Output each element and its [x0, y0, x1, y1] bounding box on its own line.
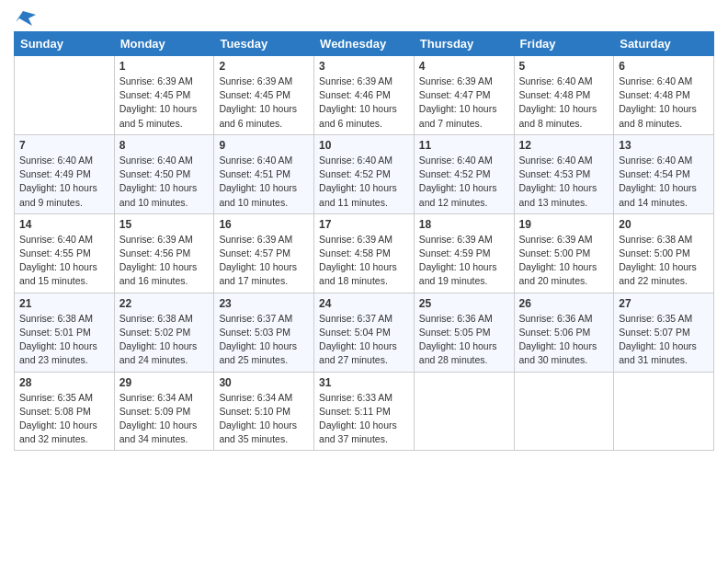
- calendar-header-row: SundayMondayTuesdayWednesdayThursdayFrid…: [15, 32, 714, 56]
- column-header-wednesday: Wednesday: [314, 32, 415, 56]
- day-number: 27: [619, 297, 709, 310]
- day-number: 21: [19, 297, 109, 310]
- day-info: Sunrise: 6:39 AMSunset: 4:45 PMDaylight:…: [119, 75, 210, 131]
- day-cell: 26Sunrise: 6:36 AMSunset: 5:06 PMDayligh…: [514, 293, 614, 372]
- day-cell: 18Sunrise: 6:39 AMSunset: 4:59 PMDayligh…: [414, 213, 514, 293]
- day-info: Sunrise: 6:39 AMSunset: 5:00 PMDaylight:…: [519, 233, 609, 289]
- day-info: Sunrise: 6:39 AMSunset: 4:58 PMDaylight:…: [319, 233, 409, 289]
- day-cell: 3Sunrise: 6:39 AMSunset: 4:46 PMDaylight…: [314, 56, 415, 135]
- day-info: Sunrise: 6:39 AMSunset: 4:56 PMDaylight:…: [119, 233, 210, 289]
- day-cell: 8Sunrise: 6:40 AMSunset: 4:50 PMDaylight…: [114, 134, 214, 213]
- day-cell: 11Sunrise: 6:40 AMSunset: 4:52 PMDayligh…: [414, 134, 514, 213]
- day-info: Sunrise: 6:40 AMSunset: 4:48 PMDaylight:…: [519, 75, 609, 131]
- day-number: 3: [319, 60, 409, 73]
- day-number: 12: [519, 139, 609, 152]
- day-number: 8: [119, 139, 210, 152]
- day-cell: 25Sunrise: 6:36 AMSunset: 5:05 PMDayligh…: [414, 293, 514, 372]
- day-number: 19: [519, 218, 609, 231]
- column-header-friday: Friday: [514, 32, 614, 56]
- day-number: 2: [219, 60, 309, 73]
- day-info: Sunrise: 6:40 AMSunset: 4:54 PMDaylight:…: [619, 154, 709, 210]
- day-cell: 17Sunrise: 6:39 AMSunset: 4:58 PMDayligh…: [314, 213, 415, 293]
- week-row-5: 28Sunrise: 6:35 AMSunset: 5:08 PMDayligh…: [15, 372, 714, 451]
- day-info: Sunrise: 6:40 AMSunset: 4:49 PMDaylight:…: [19, 154, 109, 210]
- day-info: Sunrise: 6:38 AMSunset: 5:02 PMDaylight:…: [119, 312, 210, 368]
- day-cell: 12Sunrise: 6:40 AMSunset: 4:53 PMDayligh…: [514, 134, 614, 213]
- day-cell: 4Sunrise: 6:39 AMSunset: 4:47 PMDaylight…: [414, 56, 514, 135]
- day-info: Sunrise: 6:37 AMSunset: 5:04 PMDaylight:…: [319, 312, 409, 368]
- day-cell: 10Sunrise: 6:40 AMSunset: 4:52 PMDayligh…: [314, 134, 415, 213]
- day-number: 30: [219, 376, 309, 389]
- column-header-monday: Monday: [114, 32, 214, 56]
- week-row-1: 1Sunrise: 6:39 AMSunset: 4:45 PMDaylight…: [15, 56, 714, 135]
- day-info: Sunrise: 6:34 AMSunset: 5:10 PMDaylight:…: [219, 391, 309, 447]
- day-info: Sunrise: 6:37 AMSunset: 5:03 PMDaylight:…: [219, 312, 309, 368]
- day-info: Sunrise: 6:36 AMSunset: 5:05 PMDaylight:…: [419, 312, 509, 368]
- day-cell: 24Sunrise: 6:37 AMSunset: 5:04 PMDayligh…: [314, 293, 415, 372]
- day-cell: 5Sunrise: 6:40 AMSunset: 4:48 PMDaylight…: [514, 56, 614, 135]
- day-info: Sunrise: 6:35 AMSunset: 5:07 PMDaylight:…: [619, 312, 709, 368]
- day-cell: 28Sunrise: 6:35 AMSunset: 5:08 PMDayligh…: [15, 372, 115, 451]
- day-number: 23: [219, 297, 309, 310]
- day-info: Sunrise: 6:39 AMSunset: 4:45 PMDaylight:…: [219, 75, 309, 131]
- day-info: Sunrise: 6:38 AMSunset: 5:00 PMDaylight:…: [619, 233, 709, 289]
- logo: [14, 9, 36, 24]
- day-cell: 15Sunrise: 6:39 AMSunset: 4:56 PMDayligh…: [114, 213, 214, 293]
- week-row-4: 21Sunrise: 6:38 AMSunset: 5:01 PMDayligh…: [15, 293, 714, 372]
- day-info: Sunrise: 6:40 AMSunset: 4:52 PMDaylight:…: [319, 154, 409, 210]
- day-cell: 13Sunrise: 6:40 AMSunset: 4:54 PMDayligh…: [614, 134, 714, 213]
- day-number: 24: [319, 297, 409, 310]
- logo-bird-icon: [16, 9, 36, 28]
- day-cell: 22Sunrise: 6:38 AMSunset: 5:02 PMDayligh…: [114, 293, 214, 372]
- day-cell: [614, 372, 714, 451]
- day-cell: 16Sunrise: 6:39 AMSunset: 4:57 PMDayligh…: [214, 213, 314, 293]
- column-header-thursday: Thursday: [414, 32, 514, 56]
- day-cell: 14Sunrise: 6:40 AMSunset: 4:55 PMDayligh…: [15, 213, 115, 293]
- day-number: 7: [19, 139, 109, 152]
- day-info: Sunrise: 6:40 AMSunset: 4:55 PMDaylight:…: [19, 233, 109, 289]
- column-header-tuesday: Tuesday: [214, 32, 314, 56]
- day-info: Sunrise: 6:35 AMSunset: 5:08 PMDaylight:…: [19, 391, 109, 447]
- day-number: 10: [319, 139, 409, 152]
- day-number: 25: [419, 297, 509, 310]
- day-number: 1: [119, 60, 210, 73]
- day-info: Sunrise: 6:40 AMSunset: 4:51 PMDaylight:…: [219, 154, 309, 210]
- day-info: Sunrise: 6:39 AMSunset: 4:57 PMDaylight:…: [219, 233, 309, 289]
- day-info: Sunrise: 6:39 AMSunset: 4:59 PMDaylight:…: [419, 233, 509, 289]
- day-cell: 27Sunrise: 6:35 AMSunset: 5:07 PMDayligh…: [614, 293, 714, 372]
- day-number: 31: [319, 376, 409, 389]
- column-header-saturday: Saturday: [614, 32, 714, 56]
- day-info: Sunrise: 6:40 AMSunset: 4:53 PMDaylight:…: [519, 154, 609, 210]
- day-cell: 19Sunrise: 6:39 AMSunset: 5:00 PMDayligh…: [514, 213, 614, 293]
- day-number: 6: [619, 60, 709, 73]
- day-cell: 21Sunrise: 6:38 AMSunset: 5:01 PMDayligh…: [15, 293, 115, 372]
- day-info: Sunrise: 6:34 AMSunset: 5:09 PMDaylight:…: [119, 391, 210, 447]
- day-cell: 2Sunrise: 6:39 AMSunset: 4:45 PMDaylight…: [214, 56, 314, 135]
- day-number: 14: [19, 218, 109, 231]
- day-info: Sunrise: 6:40 AMSunset: 4:50 PMDaylight:…: [119, 154, 210, 210]
- header: [14, 9, 714, 24]
- day-number: 22: [119, 297, 210, 310]
- day-number: 26: [519, 297, 609, 310]
- day-info: Sunrise: 6:38 AMSunset: 5:01 PMDaylight:…: [19, 312, 109, 368]
- svg-marker-0: [16, 11, 36, 26]
- day-cell: 31Sunrise: 6:33 AMSunset: 5:11 PMDayligh…: [314, 372, 415, 451]
- week-row-2: 7Sunrise: 6:40 AMSunset: 4:49 PMDaylight…: [15, 134, 714, 213]
- day-cell: 7Sunrise: 6:40 AMSunset: 4:49 PMDaylight…: [15, 134, 115, 213]
- day-number: 11: [419, 139, 509, 152]
- calendar-table: SundayMondayTuesdayWednesdayThursdayFrid…: [14, 31, 714, 451]
- day-info: Sunrise: 6:39 AMSunset: 4:46 PMDaylight:…: [319, 75, 409, 131]
- day-cell: 9Sunrise: 6:40 AMSunset: 4:51 PMDaylight…: [214, 134, 314, 213]
- day-cell: [514, 372, 614, 451]
- day-info: Sunrise: 6:36 AMSunset: 5:06 PMDaylight:…: [519, 312, 609, 368]
- day-number: 17: [319, 218, 409, 231]
- day-number: 18: [419, 218, 509, 231]
- day-number: 28: [19, 376, 109, 389]
- day-number: 9: [219, 139, 309, 152]
- day-info: Sunrise: 6:40 AMSunset: 4:48 PMDaylight:…: [619, 75, 709, 131]
- day-info: Sunrise: 6:39 AMSunset: 4:47 PMDaylight:…: [419, 75, 509, 131]
- day-number: 16: [219, 218, 309, 231]
- day-cell: 1Sunrise: 6:39 AMSunset: 4:45 PMDaylight…: [114, 56, 214, 135]
- day-number: 5: [519, 60, 609, 73]
- day-number: 29: [119, 376, 210, 389]
